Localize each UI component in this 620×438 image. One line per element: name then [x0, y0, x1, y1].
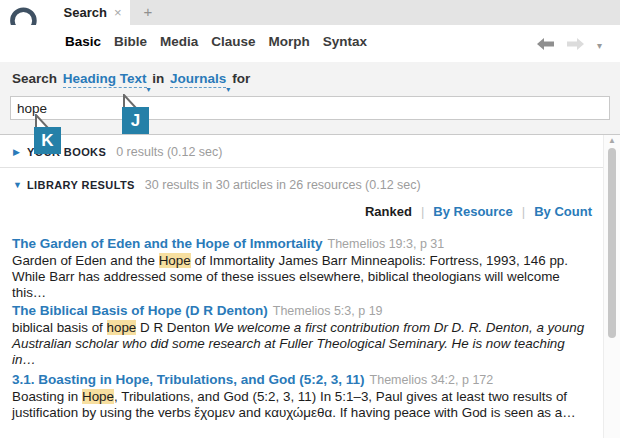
result-title-link[interactable]: The Garden of Eden and the Hope of Immor…: [12, 236, 323, 251]
tab-strip: [130, 0, 620, 26]
tab-media[interactable]: Media: [160, 34, 198, 49]
result-reference: Themelios 19:3, p 31: [328, 237, 445, 251]
search-result: The Garden of Eden and the Hope of Immor…: [12, 236, 592, 301]
callout-k-label: K: [34, 127, 61, 154]
result-snippet: Garden of Eden and the Hope of Immortali…: [12, 253, 592, 301]
tab-search-label: Search: [64, 5, 107, 20]
toolbar: BasicBibleMediaClauseMorphSyntax ▾: [0, 25, 620, 62]
field-dropdown-caret-icon: ▾: [147, 85, 151, 94]
new-tab-button[interactable]: +: [138, 2, 158, 22]
close-tab-icon[interactable]: ×: [114, 6, 122, 19]
history-nav: ▾: [537, 36, 602, 54]
criteria-suffix: for: [232, 71, 250, 86]
section-summary: 30 results in 30 articles in 26 resource…: [145, 178, 421, 192]
tab-morph[interactable]: Morph: [269, 34, 310, 49]
callout-j-label: J: [122, 107, 149, 134]
criteria-conjunction: in: [152, 71, 164, 86]
collapse-icon[interactable]: ▼: [13, 180, 27, 190]
tab-basic[interactable]: Basic: [65, 34, 101, 49]
sort-by-resource[interactable]: By Resource: [433, 204, 512, 219]
scope-dropdown-caret-icon: ▾: [226, 85, 230, 94]
expand-icon[interactable]: ▶: [13, 147, 27, 157]
section-header-library-results[interactable]: ▼LIBRARY RESULTS30 results in 30 article…: [0, 174, 600, 196]
scrollbar-up-icon[interactable]: ▲: [606, 136, 618, 145]
callout-k: K: [34, 127, 61, 154]
result-title-link[interactable]: The Biblical Basis of Hope (D R Denton): [12, 303, 268, 318]
search-query-input[interactable]: [10, 96, 610, 120]
result-reference: Themelios 5:3, p 19: [273, 304, 383, 318]
section-header-your-books[interactable]: ▶YOUR BOOKS0 results (0.12 sec): [0, 141, 600, 163]
forward-arrow-icon: [567, 36, 584, 54]
result-snippet: biblical basis of hope D R Denton We wel…: [12, 320, 592, 368]
section-label: LIBRARY RESULTS: [27, 179, 135, 191]
sort-separator: |: [421, 204, 424, 219]
tab-search[interactable]: Search ×: [55, 0, 130, 25]
tab-syntax[interactable]: Syntax: [323, 34, 367, 49]
criteria-prefix: Search: [12, 71, 57, 86]
scrollbar-thumb[interactable]: [608, 148, 616, 338]
sort-options: Ranked|By Resource|By Count: [365, 204, 592, 219]
result-title-link[interactable]: 3.1. Boasting in Hope, Tribulations, and…: [12, 372, 365, 387]
sort-separator: |: [522, 204, 525, 219]
history-menu-caret-icon[interactable]: ▾: [597, 40, 602, 51]
search-field-link[interactable]: Heading Text▾: [63, 71, 147, 88]
section-summary: 0 results (0.12 sec): [116, 145, 222, 159]
callout-j: J: [122, 107, 149, 134]
search-result: The Biblical Basis of Hope (D R Denton)T…: [12, 303, 592, 368]
sort-by-count[interactable]: By Count: [534, 204, 592, 219]
search-criteria-panel: Search Heading Text▾ in Journals▾ for: [0, 62, 620, 135]
result-reference: Themelios 34:2, p 172: [370, 373, 494, 387]
search-scope-link[interactable]: Journals▾: [170, 71, 226, 88]
tab-clause[interactable]: Clause: [211, 34, 255, 49]
search-result: 3.1. Boasting in Hope, Tribulations, and…: [12, 372, 592, 421]
section-divider: [0, 167, 620, 168]
back-arrow-icon[interactable]: [537, 36, 554, 54]
result-snippet: Boasting in Hope, Tribulations, and God …: [12, 389, 592, 421]
criteria-sentence: Search Heading Text▾ in Journals▾ for: [12, 71, 250, 86]
search-kind-tabs: BasicBibleMediaClauseMorphSyntax: [65, 34, 367, 49]
tab-bible[interactable]: Bible: [114, 34, 147, 49]
sort-ranked[interactable]: Ranked: [365, 204, 412, 219]
